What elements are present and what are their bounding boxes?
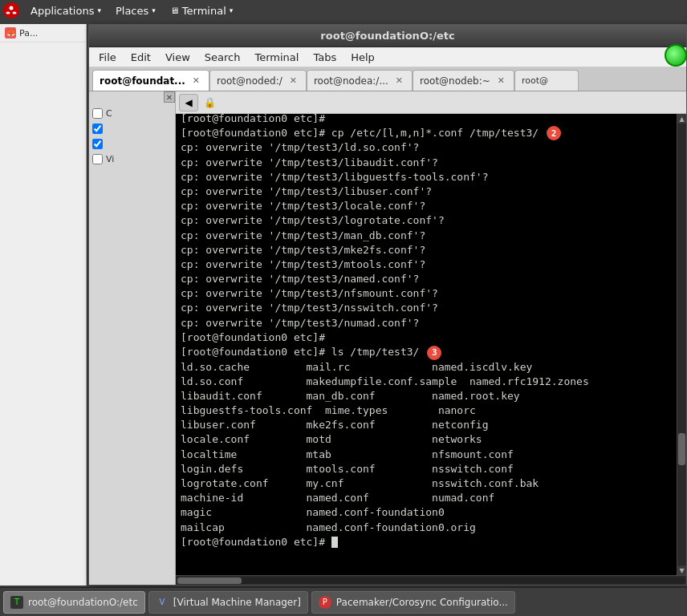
menu-view[interactable]: View <box>159 50 197 65</box>
menu-help[interactable]: Help <box>344 50 381 65</box>
nav-bar: ◀ 🔒 <box>176 91 686 114</box>
terminal-menu[interactable]: 🖥 Terminal ▾ <box>164 3 239 18</box>
terminal-title: root@foundationO:/etc <box>320 30 454 42</box>
svg-point-0 <box>10 6 14 10</box>
sidebar-checkbox-2[interactable] <box>92 124 103 134</box>
sidebar-checkbox-3[interactable] <box>92 139 103 149</box>
menu-file[interactable]: File <box>92 50 123 65</box>
tab-0-close[interactable]: ✕ <box>190 75 202 87</box>
tab-3-close[interactable]: ✕ <box>495 75 507 87</box>
terminal-icon-small: 🖥 <box>170 6 179 16</box>
tab-3[interactable]: root@nodeb:~ ✕ <box>413 70 514 91</box>
taskbar-icon-2: P <box>319 596 331 609</box>
menu-search[interactable]: Search <box>198 50 247 65</box>
taskbar-icon-1: V <box>156 596 169 609</box>
terminal-content-area: ✕ C Vi <box>89 91 686 585</box>
scroll-up-arrow[interactable]: ▲ <box>677 114 686 124</box>
system-logo <box>3 2 19 18</box>
firefox-favicon: 🦊 <box>5 27 16 38</box>
sidebar-item-4: Vi <box>89 152 175 167</box>
taskbar-item-0[interactable]: T root@foundationO:/etc <box>3 591 145 614</box>
sidebar-close-button[interactable]: ✕ <box>164 91 175 103</box>
taskbar: T root@foundationO:/etc V [Virtual Machi… <box>0 587 687 616</box>
terminal-window: root@foundationO:/etc File Edit View Sea… <box>88 24 687 586</box>
tab-1[interactable]: root@noded:/ ✕ <box>209 70 307 91</box>
scroll-thumb[interactable] <box>678 433 685 465</box>
applications-menu[interactable]: Applications ▾ <box>24 3 108 18</box>
taskbar-icon-0: T <box>10 596 23 609</box>
horizontal-scrollbar[interactable] <box>176 575 686 585</box>
lock-icon: 🔒 <box>201 94 217 111</box>
terminal-menu-bar: File Edit View Search Terminal Tabs Help <box>89 47 686 67</box>
tab-bar: root@foundat... ✕ root@noded:/ ✕ root@no… <box>89 67 686 91</box>
terminal-arrow: ▾ <box>230 6 234 14</box>
shell-output[interactable]: [root@foundation0 etc]# mkdir /tmp/test3… <box>176 114 677 553</box>
green-indicator <box>665 44 687 67</box>
svg-point-1 <box>6 12 10 14</box>
sidebar-checkbox-1[interactable] <box>92 108 103 119</box>
terminal-titlebar: root@foundationO:/etc <box>89 25 686 47</box>
sidebar-checkbox-4[interactable] <box>92 154 103 164</box>
nav-back-button[interactable]: ◀ <box>179 94 198 111</box>
places-arrow: ▾ <box>152 6 156 14</box>
scroll-down-arrow[interactable]: ▼ <box>677 565 686 575</box>
system-bar: Applications ▾ Places ▾ 🖥 Terminal ▾ <box>0 0 687 21</box>
taskbar-item-2[interactable]: P Pacemaker/Corosync Configuratio... <box>311 591 515 614</box>
tab-2[interactable]: root@nodea:/... ✕ <box>307 70 413 91</box>
h-scroll-track <box>177 578 685 584</box>
tab-0[interactable]: root@foundat... ✕ <box>92 70 209 91</box>
applications-arrow: ▾ <box>97 6 101 14</box>
tab-2-close[interactable]: ✕ <box>393 75 405 87</box>
menu-terminal[interactable]: Terminal <box>248 50 305 65</box>
sidebar-item-1: C <box>89 106 175 121</box>
sidebar-item-3 <box>89 136 175 152</box>
tab-1-close[interactable]: ✕ <box>287 75 299 87</box>
vertical-scrollbar[interactable]: ▲ ▼ <box>677 114 686 575</box>
firefox-sidebar: 🦊 Pa... <box>0 24 87 586</box>
menu-edit[interactable]: Edit <box>124 50 157 65</box>
places-menu[interactable]: Places ▾ <box>109 3 162 18</box>
svg-point-2 <box>13 12 17 14</box>
tab-4[interactable]: root@ <box>514 70 579 91</box>
h-scroll-thumb[interactable] <box>177 578 242 584</box>
firefox-tab-item[interactable]: 🦊 Pa... <box>0 24 86 43</box>
taskbar-item-1[interactable]: V [Virtual Machine Manager] <box>148 591 308 614</box>
sidebar-item-2 <box>89 121 175 136</box>
menu-tabs[interactable]: Tabs <box>307 50 343 65</box>
